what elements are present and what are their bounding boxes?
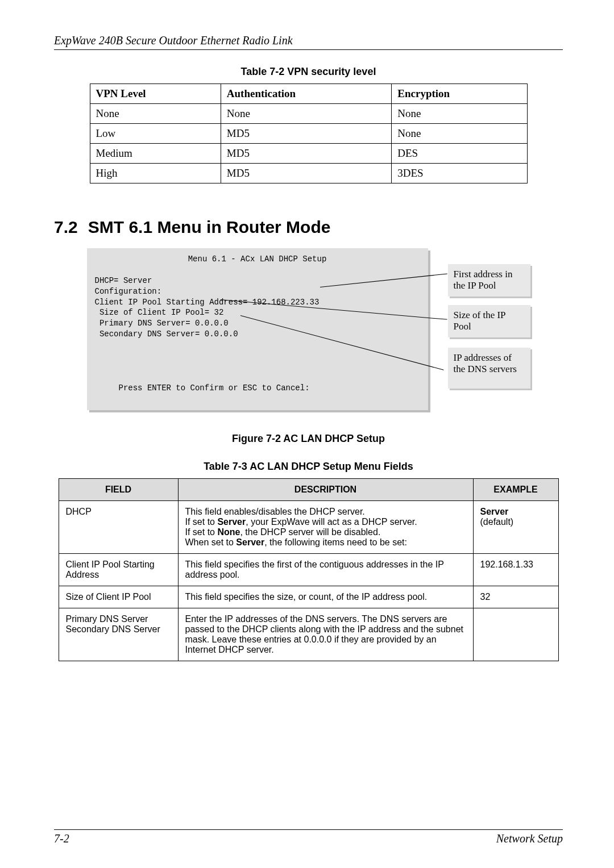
vpn-cell: None (221, 104, 392, 124)
terminal-title: Menu 6.1 - ACx LAN DHCP Setup (95, 254, 420, 265)
menu-desc: Enter the IP addresses of the DNS server… (178, 608, 473, 661)
footer-rule (54, 829, 563, 830)
terminal-line: Primary DNS Server= 0.0.0.0 (95, 319, 229, 328)
terminal-window: Menu 6.1 - ACx LAN DHCP Setup DHCP= Serv… (87, 248, 428, 410)
section-title: SMT 6.1 Menu in Router Mode (88, 218, 331, 236)
menu-example: 32 (473, 586, 558, 608)
vpn-cell: None (392, 104, 527, 124)
menu-col-field: FIELD (59, 479, 178, 501)
menu-desc: This field specifies the size, or count,… (178, 586, 473, 608)
menu-col-desc: DESCRIPTION (178, 479, 473, 501)
desc-bold: None (217, 527, 240, 537)
vpn-cell: 3DES (392, 164, 527, 183)
table-row: High MD5 3DES (90, 164, 527, 183)
callout-dns-servers: IP addresses of the DNS servers (448, 348, 530, 389)
vpn-cell: Low (90, 124, 221, 144)
menu-col-example: EXAMPLE (473, 479, 558, 501)
table-row: Client IP Pool Starting Address This fie… (59, 554, 558, 586)
vpn-cell: DES (392, 144, 527, 164)
menu-desc: This field specifies the first of the co… (178, 554, 473, 586)
table-row: None None None (90, 104, 527, 124)
callout-first-address: First address in the IP Pool (448, 264, 530, 297)
header-rule (54, 49, 563, 50)
table-row: Medium MD5 DES (90, 144, 527, 164)
example-text: (default) (480, 517, 514, 527)
table-row: DHCP This field enables/disables the DHC… (59, 501, 558, 554)
menu-desc: This field enables/disables the DHCP ser… (178, 501, 473, 554)
dhcp-menu-table: FIELD DESCRIPTION EXAMPLE DHCP This fiel… (59, 478, 559, 661)
menu-field: DHCP (59, 501, 178, 554)
vpn-cell: MD5 (221, 124, 392, 144)
terminal-footer: Press ENTER to Confirm or ESC to Cancel: (119, 383, 310, 393)
section-number: 7.2 (54, 218, 78, 236)
page-footer: 7-2 Network Setup (54, 829, 563, 845)
figure-7-2-caption: Figure 7-2 AC LAN DHCP Setup (54, 433, 563, 445)
terminal-line: Size of Client IP Pool= 32 (95, 308, 224, 317)
vpn-cell: High (90, 164, 221, 183)
menu-field: Primary DNS ServerSecondary DNS Server (59, 608, 178, 661)
vpn-col-auth: Authentication (221, 84, 392, 104)
table-7-3-caption: Table 7-3 AC LAN DHCP Setup Menu Fields (54, 461, 563, 473)
terminal-line: DHCP= Server (95, 276, 152, 285)
desc-text: , the following items need to be set: (264, 537, 407, 547)
terminal-line: Secondary DNS Server= 0.0.0.0 (95, 329, 238, 339)
dhcp-setup-diagram: Menu 6.1 - ACx LAN DHCP Setup DHCP= Serv… (87, 248, 530, 419)
menu-example (473, 608, 558, 661)
menu-example: 192.168.1.33 (473, 554, 558, 586)
footer-title: Network Setup (496, 832, 563, 845)
vpn-cell: None (392, 124, 527, 144)
menu-field: Size of Client IP Pool (59, 586, 178, 608)
vpn-col-enc: Encryption (392, 84, 527, 104)
vpn-col-level: VPN Level (90, 84, 221, 104)
page-number: 7-2 (54, 832, 69, 845)
vpn-cell: MD5 (221, 164, 392, 183)
menu-example: Server(default) (473, 501, 558, 554)
table-7-2-caption: Table 7-2 VPN security level (54, 66, 563, 78)
vpn-cell: None (90, 104, 221, 124)
vpn-cell: Medium (90, 144, 221, 164)
terminal-line: Configuration: (95, 287, 162, 296)
callout-pool-size: Size of the IP Pool (448, 305, 530, 337)
vpn-cell: MD5 (221, 144, 392, 164)
desc-bold: Server (217, 517, 246, 527)
running-header: ExpWave 240B Secure Outdoor Ethernet Rad… (54, 34, 563, 47)
section-heading: 7.2SMT 6.1 Menu in Router Mode (54, 218, 563, 237)
table-row: Size of Client IP Pool This field specif… (59, 586, 558, 608)
menu-field: Client IP Pool Starting Address (59, 554, 178, 586)
vpn-security-table: VPN Level Authentication Encryption None… (90, 84, 528, 183)
table-row: Primary DNS ServerSecondary DNS Server E… (59, 608, 558, 661)
desc-bold: Server (236, 537, 264, 547)
example-bold: Server (480, 507, 509, 516)
table-row: Low MD5 None (90, 124, 527, 144)
